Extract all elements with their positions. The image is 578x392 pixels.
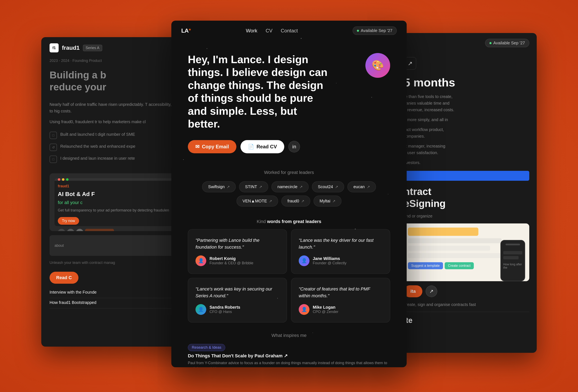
linkedin-icon: in [292,144,296,150]
author-name-1: Robert Konig [209,256,253,261]
author-info-3: Sandra Roberts CFO @ Hans [209,305,240,314]
right-avail-dot [489,42,491,44]
cv-icon: 📄 [248,144,254,150]
linkedin-button[interactable]: in [289,141,300,152]
left-headline: Building a b reduce your [49,69,190,93]
right-header: Available Sep '27 [396,33,537,53]
fraud1-brand: fraud1 [62,44,80,51]
testimonial-card-1: "Partnering with Lance build the foundat… [188,229,287,274]
arrow-icon: ↗ [259,185,262,189]
logo-stint[interactable]: STINT ↗ [239,181,268,192]
right-availability-badge: Available Sep '27 [485,39,529,47]
fraud0-label: fraud0 [287,199,299,203]
window-right: Available Sep '27 ↗ 5 months re than fiv… [396,33,537,353]
logo-eucan[interactable]: eucan ↗ [347,181,376,192]
phone-line-1 [503,251,522,254]
nav-contact[interactable]: Contact [281,28,298,34]
suggest-btn[interactable]: Suggest a template [408,262,443,269]
fraud-label: fraud1 [58,184,182,188]
worked-for-section: Worked for great leaders Swiftsign ↗ STI… [171,162,407,215]
center-nav: LA★ Work CV Contact Available Sep '27 [171,21,407,41]
screenshot-bar [54,178,185,181]
list-text-2: Relaunched the web and enhanced expe [60,143,135,149]
nav-cv[interactable]: CV [266,28,273,34]
inspire-tag-1: Research & Ideas [188,344,225,351]
right-contract-text: ntracteSigning [404,186,529,209]
stint-label: STINT [245,184,257,189]
left-headline-part2: reduce your [49,82,106,92]
right-body-5: nvestors. [404,159,529,166]
hero-section: Hey, I'm Lance. I design things. I belie… [171,41,407,162]
inspires-section: What inspires me Research & Ideas Do Thi… [171,327,407,367]
arrow-icon: ↗ [367,185,370,189]
arrow-icon: ↗ [299,185,303,189]
testimonial-quote-3: "Lance's work was key in securing our Se… [195,286,279,299]
list-item: □ Built and launched t digit number of S… [49,131,190,139]
logo-sup: ★ [189,28,191,31]
availability-text: Available Sep '27 [361,28,392,33]
screenshot-content: fraud1 AI Bot & Ad F for all your c Get … [54,181,185,231]
read-cv-btn-left[interactable]: Read C [49,272,78,284]
fraud-cta-btn[interactable]: Try now [58,217,79,225]
testimonial-author-3: 👤 Sandra Roberts CFO @ Hans [195,304,279,315]
cta-buttons: ✉ Copy Email 📄 Read CV in [188,140,390,153]
hero-avatar: 🎨 [365,53,390,78]
list-text-3: I designed and laun increase in user ret… [60,155,135,161]
read-cv-label: Read CV [257,144,277,150]
author-info-4: Mike Logan CPO @ Zender [313,305,338,314]
list-icon-3: □ [49,156,57,163]
author-name-3: Sandra Roberts [209,305,240,310]
inspire-item-1: Research & Ideas Do Things That Don't Sc… [188,344,390,367]
dot-red [58,178,60,181]
right-body-4: ct manager, increasingn user satisfactio… [404,143,529,156]
screenshot-subtext: Get full transparency to your ad perform… [58,208,182,213]
worked-for-title: Worked for great leaders [188,170,390,175]
right-body-2: r, more simply, and all in [404,116,529,123]
logo-myltai[interactable]: Myltai ↗ [314,196,341,207]
right-screenshot: Suggest a template Create contract How l… [404,223,529,281]
about-section: about [49,235,190,256]
copy-email-button[interactable]: ✉ Copy Email [188,140,236,153]
create-btn[interactable]: Create contract [445,262,474,269]
testimonials-title-strong: words from great leaders [267,219,321,224]
eucan-label: eucan [353,184,365,189]
rs-element-1 [408,227,478,236]
logos-grid: Swiftsign ↗ STINT ↗ namecircle ↗ Scout24… [188,181,390,207]
myltai-label: Myltai [320,199,330,203]
read-cv-button[interactable]: 📄 Read CV [241,140,285,153]
phone-line-2 [503,256,519,259]
right-avail-text: Available Sep '27 [493,41,525,45]
logo-namecircle[interactable]: namecircle ↗ [271,181,309,192]
testimonial-author-4: 👤 Mike Logan CPO @ Zender [299,304,383,315]
testimonial-author-2: 👤 Jane Williams Founder @ Collectly [299,256,383,266]
swiftsign-label: Swiftsign [208,184,225,189]
author-avatar-1: 👤 [195,256,206,266]
availability-badge: Available Sep '27 [353,26,397,35]
author-role-1: Founder & CEO @ Bribble [209,261,253,265]
testimonials-grid: "Partnering with Lance build the foundat… [188,229,390,322]
logo-scout24[interactable]: Scout24 ↗ [312,181,344,192]
logo-fraud0[interactable]: fraud0 ↗ [281,196,310,207]
testimonial-card-3: "Lance's work was key in securing our Se… [188,278,287,322]
logo-swiftsign[interactable]: Swiftsign ↗ [202,181,236,192]
arrow-icon: ↗ [301,199,304,203]
windows-container: f1 fraud1 Series A 2023 - 2024 · Foundin… [41,21,537,371]
footer-link-2[interactable]: How fraud1 Bootstrapped [49,300,190,308]
inspire-desc-1: Paul from Y-Combinator advice to focus a… [188,360,390,367]
footer-link-1[interactable]: Interview with the Founde [49,290,190,298]
author-role-2: Founder @ Collectly [313,261,346,265]
scout24-label: Scout24 [318,184,333,189]
nav-work[interactable]: Work [246,28,257,34]
fraud1-logo-icon: f1 [49,43,59,52]
nav-links: Work CV Contact [246,28,298,34]
avatar-1 [58,229,65,231]
right-cta-arrow[interactable]: ↗ [426,286,437,297]
list-item: ↺ Relaunched the web and enhanced expe [49,143,190,151]
author-info-2: Jane Williams Founder @ Collectly [313,256,346,265]
right-blue-bar [404,171,529,181]
logo-venamote[interactable]: VEN▲MOTE ↗ [237,196,278,207]
author-role-3: CFO @ Hans [209,310,232,314]
right-body-1: re than five tools to create,panies valu… [404,93,529,113]
inspire-link-1[interactable]: Do Things That Don't Scale by Paul Graha… [188,353,390,359]
dot-green [66,178,69,181]
